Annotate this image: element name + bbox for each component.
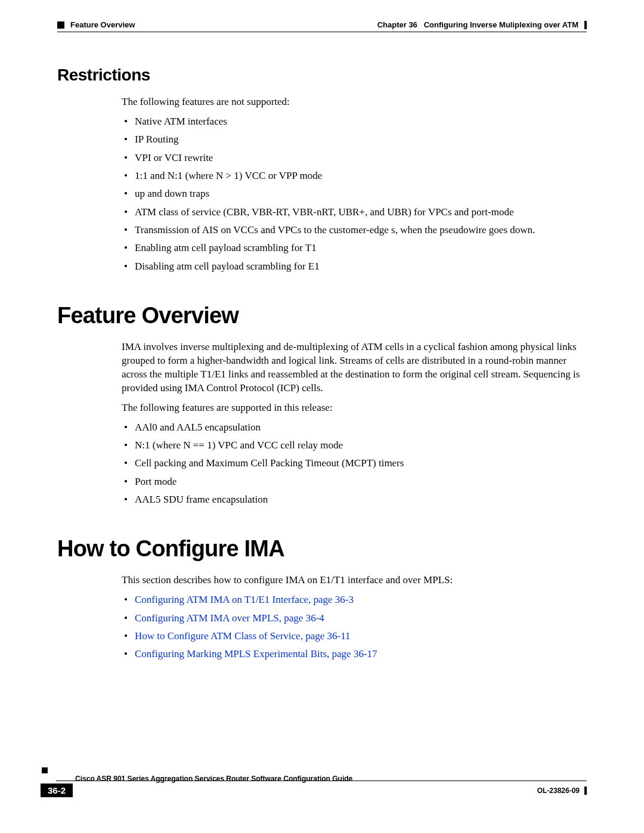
page-footer: 36-2 Cisco ASR 901 Series Aggregation Se… [41,764,587,797]
list-item: IP Routing [122,132,587,147]
how-to-heading: How to Configure IMA [57,536,587,562]
list-item: up and down traps [122,186,587,202]
feature-overview-para2: The following features are supported in … [122,401,587,415]
list-item: ATM class of service (CBR, VBR-RT, VBR-n… [122,205,587,220]
feature-overview-heading: Feature Overview [57,303,587,329]
header-bar-icon [584,21,587,29]
footer-right: OL-23826-09 [537,786,587,795]
link-config-t1e1[interactable]: Configuring ATM IMA on T1/E1 Interface, … [135,594,354,605]
how-to-list: Configuring ATM IMA on T1/E1 Interface, … [122,592,587,662]
list-item: Configuring Marking MPLS Experimental Bi… [122,646,587,662]
link-config-mpls[interactable]: Configuring ATM IMA over MPLS, page 36-4 [135,612,324,624]
list-item: How to Configure ATM Class of Service, p… [122,628,587,644]
restrictions-heading: Restrictions [57,66,587,85]
list-item: Enabling atm cell payload scrambling for… [122,240,587,256]
footer-doc-id: OL-23826-09 [537,786,580,795]
list-item: Transmission of AIS on VCCs and VPCs to … [122,222,587,238]
list-item: Native ATM interfaces [122,114,587,129]
feature-overview-body: IMA involves inverse multiplexing and de… [122,340,587,507]
footer-row: 36-2 Cisco ASR 901 Series Aggregation Se… [41,784,587,797]
how-to-intro: This section describes how to configure … [122,574,587,587]
list-item: AAL5 SDU frame encapsulation [122,492,587,507]
list-item: Port mode [122,474,587,490]
restrictions-list: Native ATM interfaces IP Routing VPI or … [122,114,587,274]
list-item: AAl0 and AAL5 encapsulation [122,420,587,435]
page-number-badge: 36-2 [41,784,73,797]
footer-doc-title-text: Cisco ASR 901 Series Aggregation Service… [75,775,352,783]
footer-doc-title: Cisco ASR 901 Series Aggregation Service… [73,775,537,783]
list-item: N:1 (where N == 1) VPC and VCC cell rela… [122,438,587,453]
header-square-icon [57,21,64,29]
list-item: Cell packing and Maximum Cell Packing Ti… [122,456,587,471]
footer-bar-icon [584,786,587,795]
footer-square-icon-top [42,767,48,773]
list-item: VPI or VCI rewrite [122,150,587,166]
list-item: Configuring ATM IMA over MPLS, page 36-4 [122,611,587,626]
footer-left: 36-2 [41,784,73,797]
header-right: Chapter 36 Configuring Inverse Muliplexi… [377,20,587,29]
link-config-marking[interactable]: Configuring Marking MPLS Experimental Bi… [135,648,377,659]
restrictions-body: The following features are not supported… [122,95,587,274]
page-header: Feature Overview Chapter 36 Configuring … [57,20,587,29]
feature-overview-list: AAl0 and AAL5 encapsulation N:1 (where N… [122,420,587,508]
list-item: 1:1 and N:1 (where N > 1) VCC or VPP mod… [122,168,587,184]
list-item: Configuring ATM IMA on T1/E1 Interface, … [122,592,587,608]
header-chapter: Chapter 36 Configuring Inverse Muliplexi… [377,20,578,29]
restrictions-intro: The following features are not supported… [122,95,587,109]
list-item: Disabling atm cell payload scrambling fo… [122,259,587,274]
chapter-title: Configuring Inverse Muliplexing over ATM [424,20,578,29]
header-section-title: Feature Overview [70,20,135,29]
how-to-body: This section describes how to configure … [122,574,587,662]
link-config-cos[interactable]: How to Configure ATM Class of Service, p… [135,630,351,642]
chapter-label: Chapter 36 [377,20,417,29]
header-rule [57,32,587,32]
feature-overview-para1: IMA involves inverse multiplexing and de… [122,340,587,395]
header-left: Feature Overview [57,20,135,29]
page: Feature Overview Chapter 36 Configuring … [0,0,644,833]
